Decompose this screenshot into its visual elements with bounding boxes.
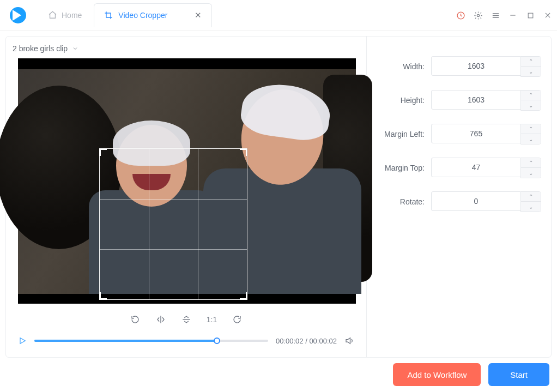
clip-dropdown[interactable]: 2 broke girls clip [6, 44, 366, 58]
playback-row: 00:00:02 / 00:00:02 [6, 332, 366, 352]
field-margin-top: Margin Top: ⌃⌄ [377, 158, 541, 178]
video-preview[interactable] [18, 58, 356, 304]
home-icon [48, 10, 57, 20]
window-controls [455, 0, 554, 31]
mtop-up[interactable]: ⌃ [521, 158, 541, 168]
tab-home-label: Home [62, 11, 82, 20]
seek-thumb[interactable] [214, 337, 220, 344]
flip-vertical-icon[interactable] [181, 314, 191, 325]
main-panel: 2 broke girls clip [5, 36, 552, 358]
close-window-icon[interactable] [542, 9, 554, 21]
add-to-workflow-button[interactable]: Add to Workflow [393, 363, 481, 386]
app-logo [10, 7, 26, 23]
tool-row: 1:1 [6, 307, 366, 332]
minimize-icon[interactable] [507, 9, 519, 21]
time-display: 00:00:02 / 00:00:02 [276, 337, 337, 345]
rotate-input[interactable] [431, 191, 520, 211]
flip-horizontal-icon[interactable] [155, 315, 166, 324]
margin-left-label: Margin Left: [384, 130, 425, 138]
height-down[interactable]: ⌄ [521, 100, 541, 110]
tab-home[interactable]: Home [36, 0, 94, 31]
maximize-icon[interactable] [524, 9, 536, 21]
field-rotate: Rotate: ⌃⌄ [377, 191, 541, 212]
field-width: Width: ⌃⌄ [377, 56, 541, 77]
height-label: Height: [401, 96, 425, 105]
height-input[interactable] [431, 90, 520, 110]
footer: Add to Workflow Start [0, 358, 557, 386]
mleft-up[interactable]: ⌃ [521, 124, 541, 134]
field-margin-left: Margin Left: ⌃⌄ [377, 124, 541, 144]
menu-icon[interactable] [489, 9, 501, 21]
chevron-down-icon [72, 45, 78, 52]
margin-left-input[interactable] [431, 124, 520, 143]
rotate-label: Rotate: [400, 197, 425, 206]
seek-slider[interactable] [34, 340, 268, 342]
margin-top-label: Margin Top: [385, 164, 425, 172]
gear-icon[interactable] [472, 9, 484, 21]
width-up[interactable]: ⌃ [521, 57, 541, 67]
width-down[interactable]: ⌄ [521, 67, 541, 76]
crop-icon [104, 11, 113, 20]
volume-icon[interactable] [344, 336, 354, 346]
mtop-down[interactable]: ⌄ [521, 168, 541, 178]
crop-selection[interactable] [99, 148, 247, 300]
play-icon[interactable] [18, 336, 27, 345]
undo-icon[interactable] [232, 315, 242, 324]
tab-active-label: Video Cropper [118, 11, 167, 20]
aspect-ratio-label[interactable]: 1:1 [207, 315, 217, 324]
tab-video-cropper[interactable]: Video Cropper ✕ [94, 3, 212, 27]
margin-top-input[interactable] [431, 158, 520, 177]
svg-point-1 [477, 14, 479, 16]
right-pane: Width: ⌃⌄ Height: ⌃⌄ Margin Left: ⌃⌄ Mar… [367, 37, 551, 357]
mleft-down[interactable]: ⌄ [521, 134, 541, 144]
width-input[interactable] [431, 56, 520, 76]
left-pane: 2 broke girls clip [6, 37, 367, 357]
height-up[interactable]: ⌃ [521, 91, 541, 100]
close-tab-icon[interactable]: ✕ [195, 10, 202, 20]
activity-icon[interactable] [455, 9, 467, 21]
svg-rect-2 [528, 13, 533, 18]
field-height: Height: ⌃⌄ [377, 90, 541, 111]
clip-name: 2 broke girls clip [13, 44, 68, 53]
rotate-up[interactable]: ⌃ [521, 192, 541, 202]
titlebar: Home Video Cropper ✕ [0, 0, 557, 31]
width-label: Width: [403, 62, 425, 71]
rotate-down[interactable]: ⌄ [521, 202, 541, 212]
rotate-cw-icon[interactable] [130, 315, 140, 324]
start-button[interactable]: Start [488, 363, 549, 386]
